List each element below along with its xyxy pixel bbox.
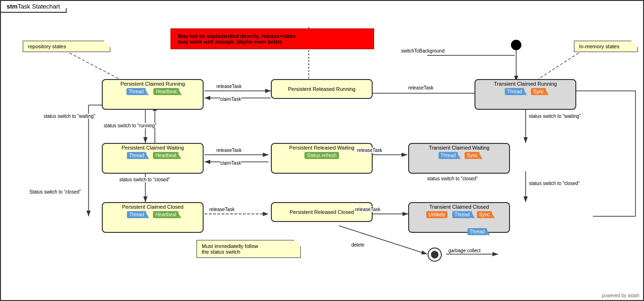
prwa-label: Persistent Released Waiting [275,145,369,150]
switch-to-background-label: switchToBackground [401,48,445,53]
initial-dot [511,40,521,50]
status-switch-waiting-left: status switch to "waiting" [44,114,95,119]
title-suffix: Task Statechart [18,3,60,10]
pcr-label: Persistent Claimed Running [106,81,200,87]
state-transient-claimed-running: Transient Claimed Running Thread Sync [474,79,576,110]
state-persistent-claimed-running: Persistent Claimed Running Thread Heartb… [102,79,204,110]
final-state-svg [427,247,442,262]
pcr-heartbeat-tag: Heartbeat [153,88,179,95]
pcr-thread-tag: Thread [126,88,146,95]
claimtask-prwa-pcwa: claimTask [220,160,241,166]
pcc-label: Persistent Claimed Closed [106,204,200,210]
prwa-statusrefresh-tag: Status refresh [304,152,339,159]
tcwa-thread-tag: Thread [438,152,458,159]
releasetask-pcwa-prwa: releaseTask [216,148,242,153]
state-persistent-released-closed: Persistent Released Closed [271,202,373,222]
state-transient-claimed-waiting: Transient Claimed Waiting Thread Sync [408,143,510,174]
powered-by: powered by astah [602,293,639,298]
pcc-heartbeat-tag: Heartbeat [153,211,179,218]
state-transient-claimed-closed: Transient Claimed Closed Unlikely Thread… [408,202,510,233]
status-switch-closed-tcwa: status switch to "closed" [427,176,478,181]
svg-line-12 [538,53,579,79]
tcr-thread-tag: Thread [505,88,525,95]
status-switch-waiting-right: status switch to "waiting" [529,114,581,119]
prcl-label: Persistent Released Closed [290,209,354,215]
state-persistent-claimed-waiting: Persistent Claimed Waiting Thread Heartb… [102,143,204,174]
final-state [427,247,442,262]
pcwa-label: Persistent Claimed Waiting [106,145,200,150]
releasetask-pcc-prcl: releaseTask [209,207,234,212]
pcc-thread-tag: Thread [127,211,147,218]
thread-bottom-label: Thread [467,228,487,235]
svg-point-28 [431,251,438,258]
delete-label: delete [351,242,364,248]
tcc-thread-tag: Thread [452,211,472,218]
releasetask-pcr-prr: releaseTask [216,84,242,89]
diagram-container: stmTask Statechart [0,0,644,301]
status-switch-closed-tcwa-2: status switch to "closed" [529,181,580,186]
tcr-sync-tag: Sync [531,88,546,95]
warning-box: May not be implemented directly. release… [170,28,374,49]
in-memory-note-text: In-memory states [579,44,619,49]
repository-note: repository states [23,41,110,52]
state-persistent-claimed-closed: Persistent Claimed Closed Thread Heartbe… [102,202,204,233]
pcwa-thread-tag: Thread [127,152,147,159]
releasetask-prr-tcr: releaseTask [408,85,433,90]
tcc-label: Transient Claimed Closed [412,204,506,210]
claimtask-prr-pcr: claimTask [220,97,241,102]
svg-line-2 [70,53,119,79]
releasetask-prcl-tcc: releaseTask [355,207,380,212]
status-switch-closed-pcwa: status switch to "closed" [119,177,170,182]
immediate-note: Must immediatelly follow the status swit… [197,240,301,258]
thread-tag-bottom: Thread [467,228,487,235]
tcr-label: Transient Claimed Running [478,81,572,87]
state-persistent-released-running: Persistent Released Running [271,79,373,99]
garbage-collect-label: garbage collect [448,248,481,253]
pcwa-heartbeat-tag: Heartbeat [153,152,179,159]
warning-text: May not be implemented directly. release… [178,33,295,44]
in-memory-note: In-memory states [574,41,638,52]
tcc-sync-tag: Sync [477,211,492,218]
tcwa-sync-tag: Sync [465,152,480,159]
releasetask-prwa-tcwa: releaseTask [357,148,382,153]
immediate-note-text: Must immediatelly follow the status swit… [202,243,258,255]
title-bar: stmTask Statechart [1,1,67,13]
prr-label: Persistent Released Running [288,86,355,92]
repository-note-text: repository states [28,44,66,49]
tcc-unlikely-tag: Unlikely [426,211,447,218]
status-switch-closed-outer: Status switch to "closed" [29,189,81,195]
tcwa-label: Transient Claimed Waiting [412,145,506,150]
status-switch-running-label: status switch to "running" [104,123,157,128]
title-prefix: stm [7,3,18,10]
